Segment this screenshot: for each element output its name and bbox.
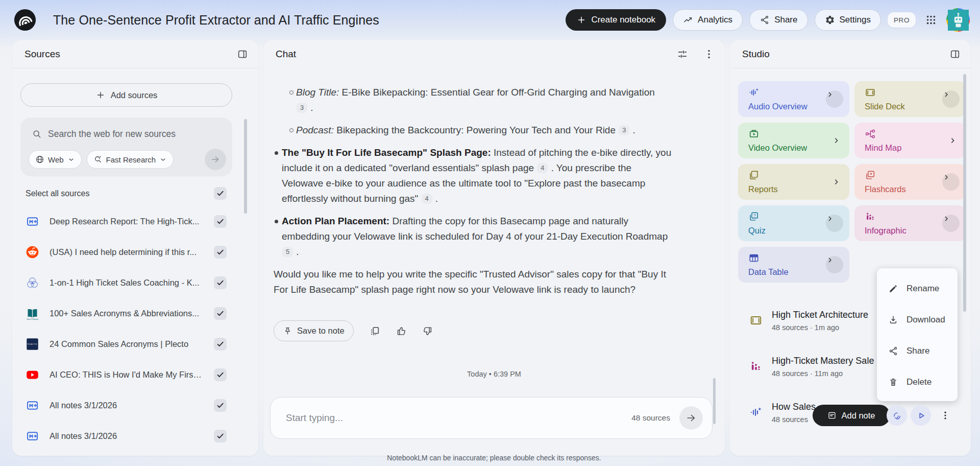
notebook-title[interactable]: The One-Sentence Profit Extractor and AI… xyxy=(53,13,379,28)
chevron-right-icon[interactable] xyxy=(832,136,841,145)
web-search-input[interactable] xyxy=(48,129,224,139)
context-menu-delete[interactable]: Delete xyxy=(877,366,958,398)
thumbs-up-icon[interactable] xyxy=(396,325,407,337)
plus-icon xyxy=(576,15,586,25)
source-list-item[interactable]: All notes 3/1/2026 xyxy=(26,390,227,421)
source-checkbox[interactable] xyxy=(214,276,227,289)
studio-tile-audio-overview[interactable]: Audio Overview xyxy=(738,81,849,117)
chevron-right-icon[interactable] xyxy=(948,136,957,145)
source-checkbox[interactable] xyxy=(214,338,227,351)
send-message-button[interactable] xyxy=(679,406,703,430)
citation-chip[interactable]: 4 xyxy=(537,163,548,173)
chevron-right-icon[interactable] xyxy=(826,90,843,108)
web-filter-chip[interactable]: Web xyxy=(29,150,82,169)
create-notebook-button[interactable]: Create notebook xyxy=(566,9,666,31)
studio-tile-label: Video Overview xyxy=(748,143,807,153)
check-icon xyxy=(216,217,225,226)
pencil-icon xyxy=(888,284,898,294)
source-checkbox[interactable] xyxy=(214,430,227,442)
studio-tile-slide-deck[interactable]: Slide Deck xyxy=(854,81,966,117)
chevron-right-icon[interactable] xyxy=(832,178,841,187)
context-menu-share[interactable]: Share xyxy=(877,335,958,366)
source-list-item[interactable]: (USA) I need help determining if this r.… xyxy=(26,237,227,267)
search-submit-button[interactable] xyxy=(205,149,226,170)
interactive-mode-button[interactable] xyxy=(887,405,907,426)
add-note-button[interactable]: Add note xyxy=(813,405,890,426)
studio-tile-mind-map[interactable]: Mind Map xyxy=(854,123,966,158)
note-icon xyxy=(827,411,837,420)
source-list-item[interactable]: 1-on-1 High Ticket Sales Coaching - K... xyxy=(26,267,227,298)
chat-input[interactable] xyxy=(286,412,631,424)
copy-icon[interactable] xyxy=(369,325,380,337)
studio-tile-reports[interactable]: Reports xyxy=(738,164,849,200)
source-checkbox[interactable] xyxy=(214,307,227,320)
apps-grid-icon[interactable] xyxy=(925,14,937,26)
select-all-label: Select all sources xyxy=(26,189,89,198)
chat-bullet-item: Action Plan Placement: Drafting the copy… xyxy=(274,214,675,260)
flashcards-icon xyxy=(865,170,876,181)
share-button[interactable]: Share xyxy=(749,9,807,31)
source-list-item[interactable]: Sales Playbook100+ Sales Acronyms & Abbr… xyxy=(26,298,227,329)
chat-paragraph: Would you like me to help you write the … xyxy=(274,267,675,297)
context-menu-label: Share xyxy=(906,346,929,356)
select-all-sources-row: Select all sources xyxy=(26,187,227,200)
chevron-right-icon[interactable] xyxy=(826,256,843,273)
select-all-checkbox[interactable] xyxy=(214,187,227,200)
studio-tile-infographic[interactable]: Infographic xyxy=(854,205,966,241)
audio-wave-icon xyxy=(749,406,763,419)
studio-scrollbar[interactable] xyxy=(963,74,966,312)
chevron-right-icon[interactable] xyxy=(942,215,960,232)
studio-tile-label: Infographic xyxy=(865,226,906,236)
collapse-sources-panel-icon[interactable] xyxy=(237,49,248,60)
source-title: (USA) I need help determining if this r.… xyxy=(50,247,204,257)
book-icon: Sales Playbook xyxy=(26,307,39,320)
source-title: 24 Common Sales Acronyms | Plecto xyxy=(50,339,204,349)
studio-tile-video-overview[interactable]: Video Overview xyxy=(738,123,849,158)
user-avatar[interactable] xyxy=(946,8,970,32)
source-checkbox[interactable] xyxy=(214,368,227,381)
studio-tile-flashcards[interactable]: Flashcards xyxy=(854,164,966,200)
source-checkbox[interactable] xyxy=(214,215,227,228)
add-sources-button[interactable]: Add sources xyxy=(20,83,232,107)
reddit-icon xyxy=(26,245,39,259)
chat-settings-tune-icon[interactable] xyxy=(677,49,688,60)
research-mode-chip[interactable]: Fast Research xyxy=(87,150,174,169)
source-list-item[interactable]: Deep Research Report: The High-Tick... xyxy=(26,206,227,237)
studio-tile-quiz[interactable]: ?Quiz xyxy=(738,205,849,241)
source-list-item[interactable]: AI CEO: THIS is How I'd Make My First ..… xyxy=(26,359,227,390)
play-button[interactable] xyxy=(911,405,931,426)
citation-chip[interactable]: 3 xyxy=(297,103,307,113)
check-icon xyxy=(216,432,225,440)
source-list-item[interactable]: All notes 3/1/2026 xyxy=(26,421,227,451)
studio-tile-data-table[interactable]: Data Table xyxy=(738,247,849,283)
slide-deck-icon xyxy=(865,87,876,98)
context-menu-download[interactable]: Download xyxy=(877,304,958,335)
chat-message: Blog Title: E-Bike Bikepacking: Essentia… xyxy=(274,85,687,305)
citation-chip[interactable]: 5 xyxy=(282,247,293,257)
chevron-right-icon[interactable] xyxy=(942,90,960,108)
venn-icon xyxy=(26,276,39,290)
save-to-note-button[interactable]: Save to note xyxy=(274,320,354,341)
waving-hand-icon xyxy=(892,410,902,421)
artifact-title: How Sales xyxy=(772,402,816,412)
settings-button[interactable]: Settings xyxy=(815,9,881,31)
source-checkbox[interactable] xyxy=(214,246,227,259)
chevron-right-icon[interactable] xyxy=(942,173,960,191)
source-list-item[interactable]: PLECTO24 Common Sales Acronyms | Plecto xyxy=(26,329,227,359)
share-icon xyxy=(760,15,770,25)
studio-tile-label: Quiz xyxy=(748,226,766,236)
sources-scrollbar[interactable] xyxy=(244,119,247,214)
trending-up-icon xyxy=(683,15,693,25)
source-checkbox[interactable] xyxy=(214,399,227,412)
studio-more-menu-icon[interactable] xyxy=(940,407,950,424)
thumbs-down-icon[interactable] xyxy=(422,325,433,337)
citation-chip[interactable]: 3 xyxy=(619,125,629,135)
chevron-right-icon[interactable] xyxy=(826,215,843,232)
check-icon xyxy=(216,189,225,198)
collapse-studio-panel-icon[interactable] xyxy=(949,49,961,60)
chat-scrollbar[interactable] xyxy=(713,378,716,424)
context-menu-rename[interactable]: Rename xyxy=(877,273,958,304)
analytics-button[interactable]: Analytics xyxy=(673,9,743,31)
chat-more-menu-icon[interactable] xyxy=(703,49,715,60)
citation-chip[interactable]: 4 xyxy=(422,194,432,204)
